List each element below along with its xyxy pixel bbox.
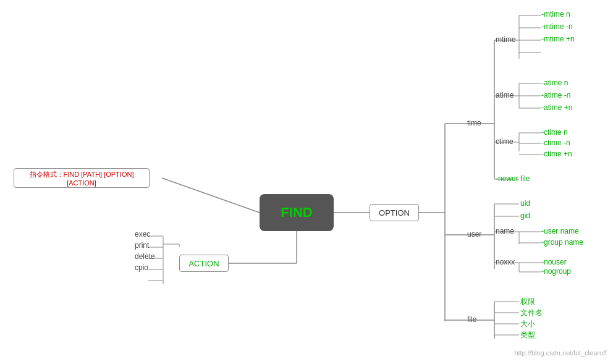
watermark: http://blog.csdn.net/bit_clearoff xyxy=(514,349,607,357)
user-label: user xyxy=(467,230,481,239)
atime-item-2: -atime +n xyxy=(541,103,572,112)
command-label: 指令格式：FIND [PATH] [OPTION] [ACTION] xyxy=(14,170,149,187)
ctime-item-0: -ctime n xyxy=(541,128,568,137)
file-label: file xyxy=(467,315,476,324)
option-node: OPTION xyxy=(370,204,419,221)
name-item-0: -user name xyxy=(541,227,579,235)
time-label: time xyxy=(467,119,481,127)
ctime-label: ctime xyxy=(496,137,514,146)
action-label: ACTION xyxy=(188,259,219,268)
svg-line-3 xyxy=(162,178,260,213)
newer-item: -newer file xyxy=(496,174,530,183)
find-center-node: FIND xyxy=(260,194,334,231)
file-item-3: 类型 xyxy=(520,330,535,341)
find-label: FIND xyxy=(281,205,312,221)
mtime-item-2: -mtime +n xyxy=(541,35,575,43)
ctime-item-1: -ctime -n xyxy=(541,138,570,147)
action-node: ACTION xyxy=(179,255,229,272)
action-exec: exec xyxy=(135,230,150,239)
gid-item: gid xyxy=(520,211,530,220)
mtime-item-1: -mtime -n xyxy=(541,22,573,31)
uid-item: uid xyxy=(520,199,530,208)
action-cpio: cpio xyxy=(135,263,148,272)
atime-item-1: -atime -n xyxy=(541,91,570,99)
atime-item-0: -atime n xyxy=(541,78,568,87)
mtime-item-0: -mtime n xyxy=(541,10,570,19)
file-item-0: 权限 xyxy=(520,297,535,307)
name-item-1: -group name xyxy=(541,238,583,247)
file-item-2: 大小 xyxy=(520,319,535,329)
noxxx-item-0: -nouser xyxy=(541,258,567,266)
mtime-label: mtime xyxy=(496,35,516,44)
command-box: 指令格式：FIND [PATH] [OPTION] [ACTION] xyxy=(14,168,150,188)
noxxx-label: noxxx xyxy=(496,258,515,266)
file-item-1: 文件名 xyxy=(520,308,543,318)
action-print: print xyxy=(135,241,149,250)
atime-label: atime xyxy=(496,91,514,99)
option-label: OPTION xyxy=(379,208,410,218)
action-delete: delete xyxy=(135,252,155,261)
noxxx-item-1: -nogroup xyxy=(541,267,571,276)
name-label: name xyxy=(496,227,514,235)
ctime-item-2: -ctime +n xyxy=(541,150,572,158)
